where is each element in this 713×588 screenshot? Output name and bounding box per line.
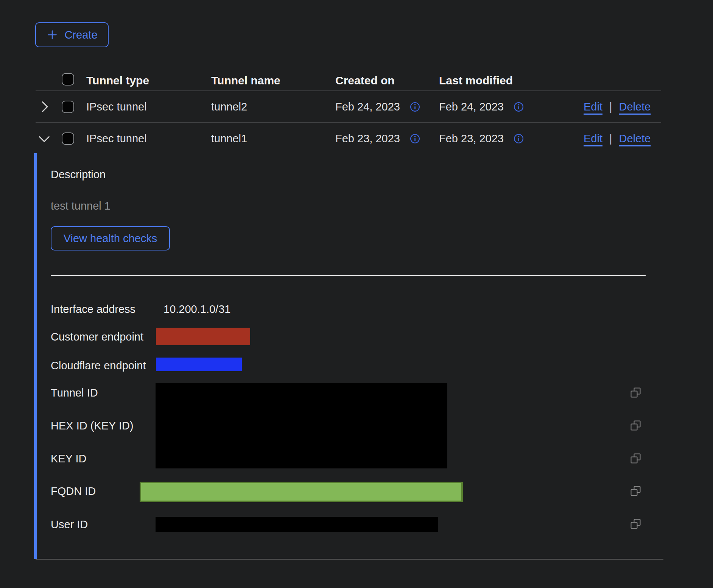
section-divider: [51, 275, 646, 276]
delete-link[interactable]: Delete: [619, 132, 651, 145]
expanded-bottom-divider: [36, 559, 663, 560]
copy-icon[interactable]: [630, 486, 641, 498]
header-last-modified: Last modified: [439, 74, 513, 87]
user-id-redaction: [156, 517, 438, 532]
plus-icon: [46, 29, 58, 41]
description-label: Description: [51, 168, 106, 181]
created-on-cell: Feb 23, 2023: [335, 123, 420, 154]
tunnel-id-label: Tunnel ID: [51, 386, 98, 399]
customer-endpoint-redaction: [156, 328, 250, 345]
cloudflare-endpoint-label: Cloudflare endpoint: [51, 359, 146, 372]
tunnels-page: { "create_button": {"label": "Create"}, …: [0, 0, 713, 588]
row-select-checkbox[interactable]: [62, 132, 74, 145]
select-all-checkbox[interactable]: [62, 73, 74, 86]
table-row-tunnel1: IPsec tunnel tunnel1 Feb 23, 2023 Feb 23…: [0, 123, 713, 154]
view-health-checks-button[interactable]: View health checks: [51, 226, 170, 250]
chevron-right-icon[interactable]: [38, 101, 50, 113]
info-icon[interactable]: [514, 102, 524, 112]
last-modified-cell: Feb 24, 2023: [439, 91, 524, 122]
header-created-on: Created on: [335, 74, 395, 87]
last-modified-cell: Feb 23, 2023: [439, 123, 524, 154]
interface-address-value: 10.200.1.0/31: [163, 303, 230, 316]
info-icon[interactable]: [514, 134, 524, 144]
edit-link[interactable]: Edit: [584, 132, 602, 145]
tunnel-type-cell: IPsec tunnel: [86, 91, 147, 122]
info-icon[interactable]: [410, 102, 420, 112]
tunnel-name-cell: tunnel1: [211, 123, 247, 154]
copy-icon[interactable]: [630, 387, 641, 400]
copy-icon[interactable]: [630, 519, 641, 531]
tunnel-name-cell: tunnel2: [211, 91, 247, 122]
table-row-tunnel2: IPsec tunnel tunnel2 Feb 24, 2023 Feb 24…: [0, 91, 713, 122]
header-tunnel-name: Tunnel name: [211, 74, 280, 87]
info-icon[interactable]: [410, 134, 420, 144]
copy-icon[interactable]: [630, 453, 641, 465]
action-separator: |: [609, 132, 612, 145]
create-button[interactable]: Create: [35, 22, 109, 47]
row-actions: Edit | Delete: [584, 91, 651, 122]
header-tunnel-type: Tunnel type: [86, 74, 149, 87]
edit-link[interactable]: Edit: [584, 101, 602, 113]
description-value: test tunnel 1: [51, 199, 111, 212]
expanded-row-accent-bar: [34, 153, 37, 559]
row-select-checkbox[interactable]: [62, 101, 74, 113]
cloudflare-endpoint-redaction: [156, 358, 242, 371]
fqdn-id-label: FQDN ID: [51, 485, 96, 498]
hex-id-label: HEX ID (KEY ID): [51, 419, 134, 432]
delete-link[interactable]: Delete: [619, 101, 651, 113]
tunnel-id-redaction: [156, 383, 447, 468]
key-id-label: KEY ID: [51, 452, 87, 465]
action-separator: |: [609, 101, 612, 113]
row-actions: Edit | Delete: [584, 123, 651, 154]
create-button-label: Create: [64, 29, 97, 41]
user-id-label: User ID: [51, 518, 88, 531]
copy-icon[interactable]: [630, 420, 641, 432]
customer-endpoint-label: Customer endpoint: [51, 330, 143, 343]
fqdn-id-redaction: [140, 482, 463, 502]
created-on-cell: Feb 24, 2023: [335, 91, 420, 122]
chevron-down-icon[interactable]: [38, 132, 50, 145]
interface-address-label: Interface address: [51, 303, 135, 316]
tunnel-type-cell: IPsec tunnel: [86, 123, 147, 154]
